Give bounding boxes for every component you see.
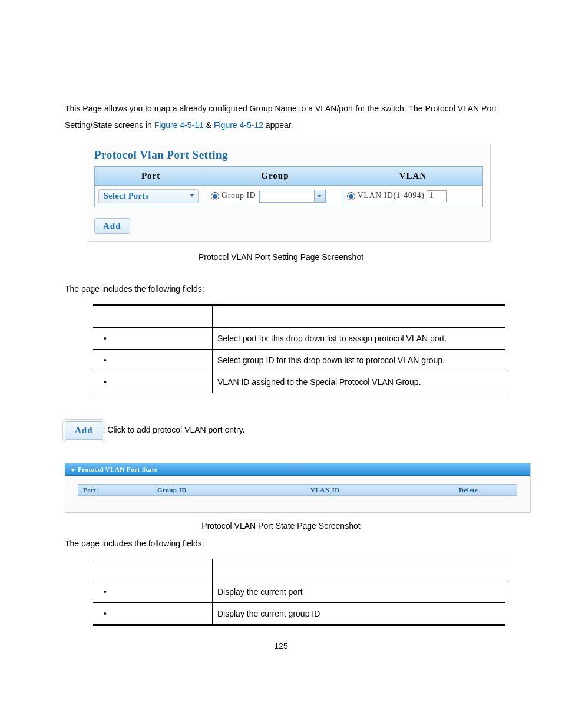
intro-amp: &	[204, 120, 214, 130]
state-panel: Protocol VLAN Port State Port Group ID V…	[65, 463, 531, 513]
fields1-row2-object	[93, 371, 213, 394]
figure-link-2[interactable]: Figure 4-5-12	[214, 120, 263, 130]
state-col-port: Port	[78, 485, 153, 495]
fields2-row0-object	[93, 581, 213, 603]
fields1-row1-desc: Select group ID for this drop down list …	[213, 350, 506, 371]
fields-intro-1: The page includes the following fields:	[65, 284, 497, 294]
caption-1: Protocol VLAN Port Setting Page Screensh…	[65, 252, 497, 262]
fields1-row2-desc: VLAN ID assigned to the Special Protocol…	[213, 371, 506, 394]
caret-down-icon	[190, 194, 194, 197]
group-id-radio[interactable]	[211, 192, 219, 200]
fields-table-1: Select port for this drop down list to a…	[93, 304, 505, 394]
fields-intro-2: The page includes the following fields:	[65, 539, 497, 548]
vlan-id-label: VLAN ID(1-4094)	[358, 191, 425, 200]
intro-paragraph: This Page allows you to map a already co…	[65, 100, 497, 133]
state-col-vlan: VLAN ID	[306, 485, 454, 495]
vlan-id-radio[interactable]	[347, 192, 355, 200]
caption-2: Protocol VLAN Port State Page Screenshot	[65, 521, 497, 531]
select-ports-dropdown[interactable]: Select Ports	[98, 189, 199, 203]
add-inline-line: Add: Click to add protocol VLAN port ent…	[65, 421, 497, 440]
select-ports-label: Select Ports	[104, 192, 148, 200]
dropdown-arrow-icon	[314, 190, 325, 202]
fields1-header-desc	[213, 305, 506, 328]
state-panel-header[interactable]: Protocol VLAN Port State	[65, 463, 530, 476]
group-id-label: Group ID	[222, 191, 256, 200]
add-button[interactable]: Add	[94, 218, 130, 234]
vlan-id-input[interactable]: 1	[427, 190, 447, 202]
setting-panel: Protocol Vlan Port Setting Port Group VL…	[87, 144, 491, 242]
fields2-header-desc	[213, 559, 506, 581]
fields2-row0-desc: Display the current port	[213, 581, 506, 603]
fields1-row0-desc: Select port for this drop down list to a…	[213, 328, 506, 350]
header-group: Group	[207, 167, 343, 186]
fields1-header-object	[93, 305, 213, 328]
header-vlan: VLAN	[343, 167, 482, 186]
fields1-row1-object	[93, 350, 213, 371]
setting-table: Port Group VLAN Select Ports Group ID	[94, 166, 483, 207]
setting-title: Protocol Vlan Port Setting	[87, 144, 490, 166]
collapse-caret-icon	[71, 469, 75, 472]
intro-text-2: appear.	[263, 120, 293, 130]
fields-table-2: Display the current port Display the cur…	[93, 558, 505, 626]
fields1-row0-object	[93, 328, 213, 350]
fields2-row1-desc: Display the current group ID	[213, 603, 506, 625]
fields2-header-object	[93, 559, 213, 581]
group-id-dropdown[interactable]	[259, 190, 326, 203]
add-inline-desc: : Click to add protocol VLAN port entry.	[103, 425, 245, 434]
state-columns-row: Port Group ID VLAN ID Delete	[78, 484, 517, 496]
fields2-row1-object	[93, 603, 213, 625]
state-col-group: Group ID	[153, 485, 306, 495]
header-port: Port	[95, 167, 207, 186]
state-col-delete: Delete	[454, 485, 517, 495]
figure-link-1[interactable]: Figure 4-5-11	[154, 120, 204, 130]
state-header-label: Protocol VLAN Port State	[78, 466, 157, 473]
add-button-inline[interactable]: Add	[65, 421, 103, 440]
page-number: 125	[0, 641, 562, 651]
